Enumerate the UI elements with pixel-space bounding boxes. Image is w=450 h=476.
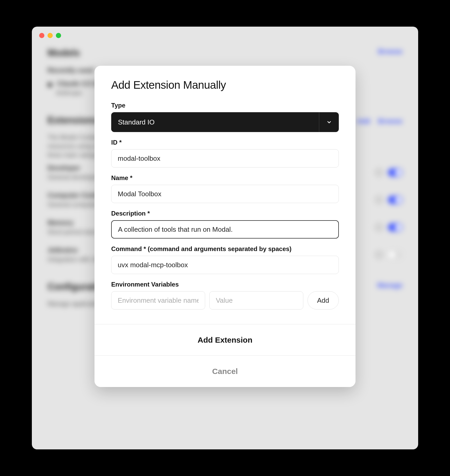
id-label: ID * <box>111 139 339 146</box>
add-extension-modal: Add Extension Manually Type Standard IO … <box>94 66 356 387</box>
window-controls <box>39 33 61 38</box>
gear-icon <box>375 251 383 258</box>
name-label: Name * <box>111 174 339 182</box>
cancel-button[interactable]: Cancel <box>94 356 356 387</box>
extensions-heading: Extensions <box>48 115 98 126</box>
manage-link: Manage <box>377 281 402 292</box>
gear-icon <box>375 196 383 204</box>
type-select[interactable]: Standard IO <box>111 112 339 132</box>
env-value-input[interactable] <box>209 291 303 310</box>
name-input[interactable] <box>111 185 339 203</box>
browse-link: Browse <box>378 47 402 58</box>
command-input[interactable] <box>111 256 339 274</box>
type-label: Type <box>111 102 339 109</box>
modal-title: Add Extension Manually <box>111 79 339 91</box>
env-name-input[interactable] <box>111 291 205 310</box>
gear-icon <box>375 224 383 231</box>
env-add-button[interactable]: Add <box>307 291 339 310</box>
env-label: Environment Variables <box>111 281 339 288</box>
gear-icon <box>375 169 383 176</box>
app-window: Models Browse Recently used Claude 3.5 S… <box>32 27 418 449</box>
minimize-window-icon[interactable] <box>48 33 53 38</box>
command-label: Command * (command and arguments separat… <box>111 245 339 253</box>
add-link: Add <box>357 117 370 125</box>
close-window-icon[interactable] <box>39 33 44 38</box>
toggle <box>388 196 402 204</box>
id-input[interactable] <box>111 149 339 168</box>
modal-actions: Add Extension Cancel <box>94 324 356 387</box>
description-input[interactable] <box>111 220 339 239</box>
add-extension-button[interactable]: Add Extension <box>94 324 356 356</box>
chevron-down-icon <box>319 112 339 132</box>
toggle <box>388 223 402 231</box>
toggle <box>388 251 402 259</box>
models-heading: Models <box>48 47 80 58</box>
type-select-value: Standard IO <box>118 118 155 126</box>
browse-link-2: Browse <box>378 117 402 125</box>
description-label: Description * <box>111 210 339 217</box>
toggle <box>388 168 402 177</box>
maximize-window-icon[interactable] <box>56 33 61 38</box>
